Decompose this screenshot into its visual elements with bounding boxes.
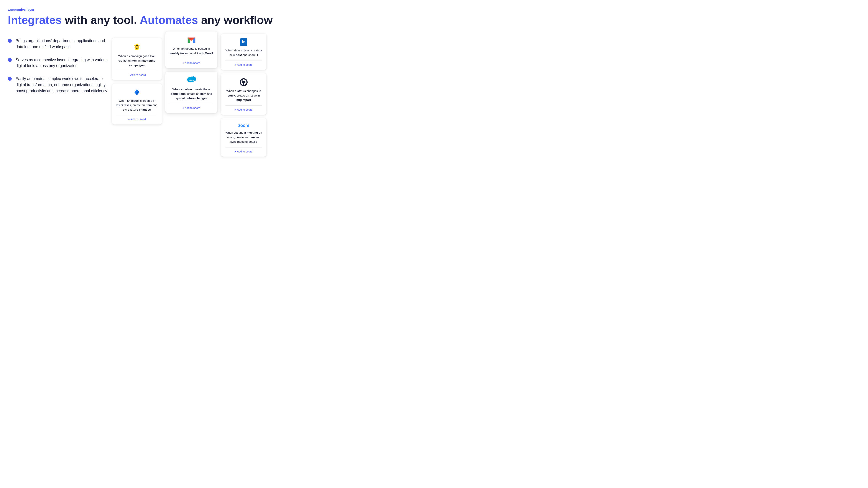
card-salesforce: salesforce When an object meets these co… <box>165 72 217 113</box>
card-jira-divider <box>116 115 158 116</box>
bullet-item-3: Easily automates complex workflows to ac… <box>8 76 112 94</box>
card-column-middle: When an update is posted in weekly tasks… <box>165 31 217 157</box>
bullet-dot-2 <box>8 58 12 62</box>
bullet-item-2: Serves as a connective layer, integratin… <box>8 57 112 69</box>
bullet-text-1: Brings organizations' departments, appli… <box>16 38 112 50</box>
headline: Integrates with any tool. Automates any … <box>8 14 296 27</box>
bullet-section: Brings organizations' departments, appli… <box>8 34 112 101</box>
mailchimp-icon <box>132 43 141 52</box>
card-jira-text: When an issue is created in R&D tasks, c… <box>116 99 158 112</box>
card-linkedin-add-btn[interactable]: + Add to board <box>235 63 253 66</box>
card-column-left: When a campaign goes live, create an ite… <box>112 38 162 157</box>
card-mailchimp-divider <box>116 71 158 71</box>
bullet-text-3: Easily automates complex workflows to ac… <box>16 76 112 94</box>
card-github-add-btn[interactable]: + Add to board <box>235 108 253 111</box>
card-zoom: zoom When starting a meeting on zoom, cr… <box>221 118 267 157</box>
card-mailchimp-add-btn[interactable]: + Add to board <box>128 73 146 76</box>
zoom-icon: zoom <box>238 123 249 128</box>
card-github-text: When a status changes to stuck, create a… <box>225 89 262 103</box>
card-linkedin: in When date arrives, create a new post … <box>221 34 267 70</box>
headline-integrates: Integrates <box>8 14 62 26</box>
card-linkedin-text: When date arrives, create a new post and… <box>225 48 262 58</box>
card-zoom-text: When starting a meeting on zoom, create … <box>225 131 262 144</box>
svg-point-2 <box>136 45 137 46</box>
svg-point-3 <box>137 45 138 46</box>
card-gmail-add-btn[interactable]: + Add to board <box>183 62 200 65</box>
card-zoom-add-btn[interactable]: + Add to board <box>235 150 253 153</box>
salesforce-icon: salesforce <box>186 76 197 85</box>
card-mailchimp: When a campaign goes live, create an ite… <box>112 38 162 80</box>
headline-any-workflow: any workflow <box>198 14 273 26</box>
linkedin-icon: in <box>240 38 247 46</box>
svg-text:salesforce: salesforce <box>189 79 196 81</box>
card-jira-add-btn[interactable]: + Add to board <box>128 118 146 121</box>
card-salesforce-text: When an object meets these conditions, c… <box>170 87 213 101</box>
bullet-text-2: Serves as a connective layer, integratin… <box>16 57 112 69</box>
card-jira: When an issue is created in R&D tasks, c… <box>112 84 162 125</box>
card-gmail-text: When an update is posted in weekly tasks… <box>170 46 213 56</box>
connective-label: Connective layer <box>8 8 296 11</box>
main-content: Brings organizations' departments, appli… <box>8 34 296 157</box>
github-icon <box>240 78 248 86</box>
headline-with-any-tool: with any tool. <box>62 14 140 26</box>
page-container: Connective layer Integrates with any too… <box>8 8 296 157</box>
svg-point-6 <box>136 47 138 48</box>
card-github-divider <box>225 105 262 106</box>
card-zoom-divider <box>225 147 262 148</box>
card-gmail: When an update is posted in weekly tasks… <box>165 31 217 68</box>
card-github: When a status changes to stuck, create a… <box>221 73 267 115</box>
svg-point-9 <box>134 45 135 46</box>
bullet-dot-3 <box>8 77 12 81</box>
bullet-item-1: Brings organizations' departments, appli… <box>8 38 112 50</box>
gmail-icon <box>187 36 196 44</box>
headline-automates: Automates <box>140 14 198 26</box>
header-section: Connective layer Integrates with any too… <box>8 8 296 27</box>
card-column-right: in When date arrives, create a new post … <box>221 34 267 157</box>
card-mailchimp-text: When a campaign goes live, create an ite… <box>116 54 158 68</box>
jira-icon <box>133 88 141 96</box>
svg-point-10 <box>138 45 139 46</box>
cards-area: When a campaign goes live, create an ite… <box>112 34 296 157</box>
bullet-dot-1 <box>8 39 12 43</box>
card-salesforce-add-btn[interactable]: + Add to board <box>183 106 200 109</box>
